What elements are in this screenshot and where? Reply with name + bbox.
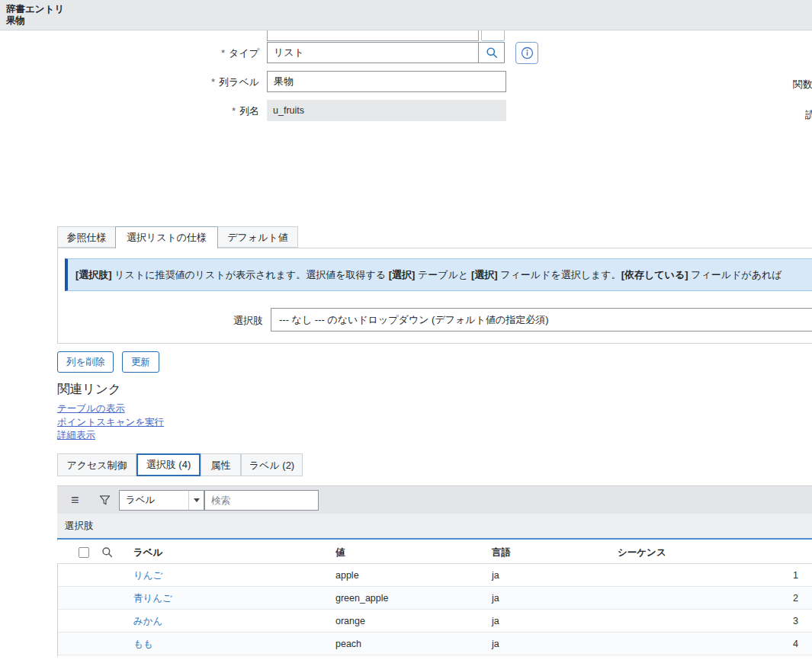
column-name-field-label: *列名 <box>0 105 259 117</box>
column-name-text: 列名 <box>239 105 259 117</box>
table-row: 青りんご green_apple ja 2 <box>58 587 812 610</box>
tab-default-value[interactable]: デフォルト値 <box>217 226 298 248</box>
update-button[interactable]: 更新 <box>122 351 159 373</box>
form-header: 辞書エントリ 果物 <box>0 0 812 30</box>
info-message-part: [選択] <box>389 269 416 280</box>
related-links-title: 関連リンク <box>57 381 121 398</box>
column-label-text: 列ラベル <box>219 76 259 88</box>
column-search-icon[interactable] <box>101 546 113 558</box>
type-info-button[interactable] <box>515 42 538 64</box>
tab-attributes[interactable]: 属性 <box>201 453 241 476</box>
page-title: 辞書エントリ <box>6 3 806 15</box>
type-field-label: *タイプ <box>0 47 259 59</box>
search-icon <box>486 46 498 59</box>
choice-sequence-cell: 2 <box>722 587 798 610</box>
choice-language-cell: ja <box>492 633 499 655</box>
column-name-readonly-input: u_fruits <box>267 100 506 121</box>
tab-choices[interactable]: 選択肢 (4) <box>136 453 201 476</box>
required-asterisk: * <box>221 47 225 59</box>
type-label-text: タイプ <box>229 47 259 59</box>
choice-sequence-cell: 3 <box>722 610 798 633</box>
record-name: 果物 <box>6 15 806 27</box>
choices-select[interactable]: --- なし --- のないドロップダウン (デフォルト値の指定必須) <box>271 308 812 332</box>
header-value[interactable]: 値 <box>335 541 345 564</box>
list-menu-icon[interactable]: ≡ <box>71 492 79 508</box>
show-details-link[interactable]: 詳細表示 <box>57 429 95 442</box>
show-table-link[interactable]: テーブルの表示 <box>57 402 125 415</box>
search-field-dropdown[interactable]: ラベル <box>119 490 204 511</box>
select-all-checkbox[interactable] <box>79 547 89 558</box>
info-message: [選択肢] リストに推奨値のリストが表示されます。選択値を取得する [選択] テ… <box>65 258 812 291</box>
choice-language-cell: ja <box>492 564 499 587</box>
type-lookup-button[interactable] <box>478 42 505 63</box>
delete-column-button[interactable]: 列を削除 <box>57 351 114 373</box>
filter-icon[interactable] <box>99 495 111 506</box>
header-sequence[interactable]: シーケンス <box>618 541 666 564</box>
choice-value-cell: green_apple <box>335 587 389 610</box>
info-message-part: フィールドがあれば <box>688 269 782 280</box>
choice-language-cell: ja <box>492 587 499 610</box>
info-icon <box>521 46 534 59</box>
tab-labels[interactable]: ラベル (2) <box>241 453 303 476</box>
type-input[interactable] <box>267 42 479 63</box>
dictionary-entry-screen: 辞書エントリ 果物 *タイプ *列ラベル 関数 *列名 u_fruits 読 参… <box>0 0 812 663</box>
choice-label-link[interactable]: 青りんご <box>133 587 172 610</box>
header-language[interactable]: 言語 <box>492 541 511 564</box>
table-row: もも peach ja 4 <box>58 633 812 655</box>
chevron-down-icon <box>188 491 204 510</box>
choice-list-toolbar: ≡ ラベル <box>57 485 812 514</box>
required-asterisk: * <box>211 76 215 88</box>
choice-sequence-cell: 1 <box>722 564 798 587</box>
choice-label-link[interactable]: りんご <box>133 564 162 587</box>
list-search-input[interactable] <box>204 490 319 511</box>
choice-value-cell: peach <box>335 633 361 655</box>
search-field-dropdown-value: ラベル <box>126 491 155 510</box>
choice-value-cell: apple <box>335 564 359 587</box>
list-header-row: ラベル 値 言語 シーケンス <box>57 541 812 564</box>
choices-field-label: 選択肢 <box>72 314 263 328</box>
column-label-input[interactable] <box>267 71 506 92</box>
choice-label-link[interactable]: もも <box>133 633 153 655</box>
tab-access-control[interactable]: アクセス制御 <box>57 453 136 476</box>
info-message-part: [選択] <box>471 269 498 280</box>
tab-reference-spec[interactable]: 参照仕様 <box>57 226 116 248</box>
clipped-right-label-1: 関数 <box>793 78 812 91</box>
choice-sequence-cell: 4 <box>722 633 798 655</box>
info-message-part: フィールドを選択します。 <box>498 269 621 280</box>
table-row: みかん orange ja 3 <box>58 610 812 633</box>
run-point-scan-link[interactable]: ポイントスキャンを実行 <box>57 416 164 429</box>
list-title: 選択肢 <box>57 514 812 540</box>
info-message-part: [依存している] <box>621 269 688 280</box>
tab-choice-list-spec[interactable]: 選択リストの仕様 <box>115 226 218 248</box>
partial-lookup-button-above <box>481 29 505 41</box>
choice-language-cell: ja <box>492 610 499 633</box>
header-label[interactable]: ラベル <box>133 541 162 564</box>
table-row: りんご apple ja 1 <box>58 564 812 587</box>
choice-value-cell: orange <box>335 610 365 633</box>
required-asterisk: * <box>232 105 236 117</box>
column-label-field-label: *列ラベル <box>0 76 259 88</box>
info-message-part: テーブルと <box>415 269 470 280</box>
clipped-right-label-2: 読 <box>805 108 812 122</box>
info-message-part: リストに推奨値のリストが表示されます。選択値を取得する <box>112 269 389 280</box>
choice-label-link[interactable]: みかん <box>133 610 162 633</box>
info-message-part: [選択肢] <box>75 269 112 280</box>
